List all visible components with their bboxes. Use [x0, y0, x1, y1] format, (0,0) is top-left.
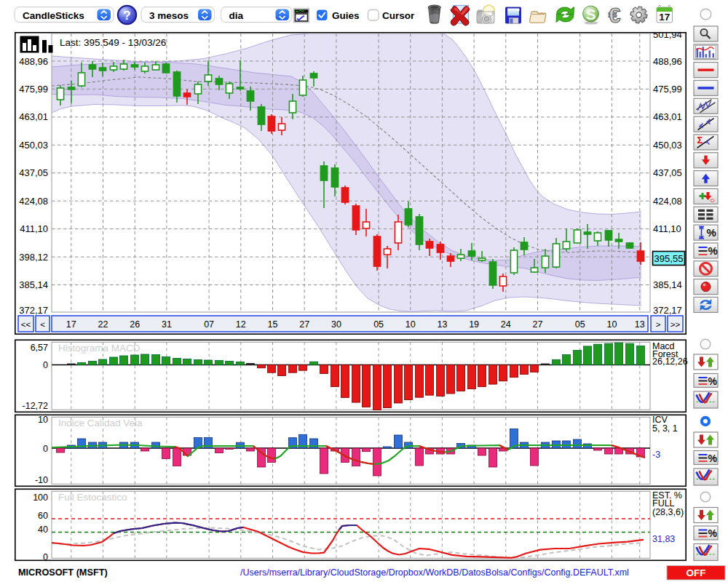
svg-text:60: 60: [38, 511, 48, 521]
svg-text:372,17: 372,17: [19, 305, 48, 316]
svg-text:Σ: Σ: [697, 135, 703, 146]
svg-text:475,99: 475,99: [19, 84, 48, 95]
svg-text:Guies: Guies: [332, 10, 360, 21]
svg-text:/Users/mserra/Library/CloudSto: /Users/mserra/Library/CloudStorage/Dropb…: [240, 567, 629, 578]
svg-text:30: 30: [331, 319, 341, 330]
svg-text:-3: -3: [652, 450, 660, 460]
svg-text:Full Estocastico: Full Estocastico: [58, 492, 127, 503]
svg-text:05: 05: [575, 319, 585, 330]
svg-text:395,55: 395,55: [654, 253, 684, 264]
svg-text:411,10: 411,10: [20, 223, 48, 234]
svg-text:13: 13: [437, 319, 447, 330]
svg-text:411,10: 411,10: [653, 223, 681, 234]
svg-text:22: 22: [98, 319, 108, 330]
svg-text:MICROSOFT (MSFT): MICROSOFT (MSFT): [18, 567, 108, 578]
svg-text:0: 0: [43, 360, 48, 370]
svg-text:5, 3, 1: 5, 3, 1: [652, 423, 678, 434]
svg-text:Cursor: Cursor: [382, 10, 415, 21]
svg-text:dia: dia: [229, 10, 244, 21]
svg-text:-10: -10: [35, 475, 48, 485]
svg-text:-12,72: -12,72: [23, 401, 48, 411]
svg-text:12: 12: [236, 319, 246, 330]
svg-text:450,03: 450,03: [653, 140, 682, 151]
svg-text:€: €: [609, 3, 621, 27]
svg-text:40: 40: [38, 525, 48, 535]
svg-text:%: %: [708, 527, 718, 539]
svg-text:Last: 395.549 - 13/03/26: Last: 395.549 - 13/03/26: [60, 37, 166, 48]
svg-text:%: %: [708, 453, 718, 464]
svg-text:10: 10: [606, 319, 617, 330]
svg-text:437,05: 437,05: [653, 167, 682, 178]
svg-text:13: 13: [635, 319, 645, 330]
svg-text:05: 05: [373, 319, 384, 330]
svg-text:15: 15: [268, 319, 278, 330]
svg-text:10: 10: [38, 415, 48, 425]
svg-text:<: <: [40, 320, 45, 329]
svg-text:488,96: 488,96: [653, 56, 682, 67]
svg-text:385,14: 385,14: [19, 279, 48, 290]
svg-text:17: 17: [66, 319, 76, 330]
svg-text:3 mesos: 3 mesos: [149, 10, 189, 21]
svg-text:%: %: [708, 375, 718, 387]
svg-text:24: 24: [501, 319, 511, 330]
svg-text:07: 07: [204, 319, 214, 330]
svg-text:31: 31: [162, 319, 172, 330]
svg-text:463,01: 463,01: [19, 111, 48, 122]
svg-text:Indice Calidad Vela: Indice Calidad Vela: [58, 418, 143, 428]
svg-text:>: >: [656, 320, 661, 329]
svg-text:475,99: 475,99: [653, 84, 682, 95]
svg-text:CandleSticks: CandleSticks: [23, 10, 84, 21]
svg-text:0: 0: [43, 552, 48, 562]
svg-text:Histograma MACD: Histograma MACD: [58, 343, 141, 354]
svg-text:26,12,26: 26,12,26: [652, 356, 688, 367]
svg-text:%: %: [708, 244, 718, 257]
svg-text:%: %: [707, 226, 716, 239]
svg-text:450,03: 450,03: [19, 140, 48, 151]
svg-text:27: 27: [533, 319, 543, 330]
svg-text:0: 0: [43, 444, 48, 454]
svg-text:424,08: 424,08: [19, 196, 48, 207]
svg-text:19: 19: [469, 319, 479, 330]
svg-text:26: 26: [130, 319, 140, 330]
svg-text:31,83: 31,83: [652, 534, 675, 544]
svg-text:S: S: [585, 6, 596, 23]
svg-text:398,12: 398,12: [19, 252, 48, 263]
svg-text:?: ?: [123, 9, 130, 23]
svg-text:385,14: 385,14: [653, 279, 682, 290]
svg-text:100: 100: [33, 493, 48, 503]
svg-text:6,57: 6,57: [31, 343, 48, 353]
svg-text:>>: >>: [670, 320, 681, 329]
svg-text:424,08: 424,08: [653, 196, 682, 207]
svg-text:10: 10: [405, 319, 416, 330]
svg-text:17: 17: [659, 12, 670, 23]
svg-text:488,96: 488,96: [19, 56, 48, 67]
svg-text:(28,3,6): (28,3,6): [652, 507, 684, 517]
svg-text:<<: <<: [21, 320, 31, 329]
svg-text:463,01: 463,01: [653, 111, 682, 122]
svg-text:372,17: 372,17: [653, 305, 682, 316]
svg-text:OFF: OFF: [687, 567, 706, 578]
svg-text:27: 27: [299, 319, 309, 330]
svg-text:437,05: 437,05: [19, 167, 48, 178]
